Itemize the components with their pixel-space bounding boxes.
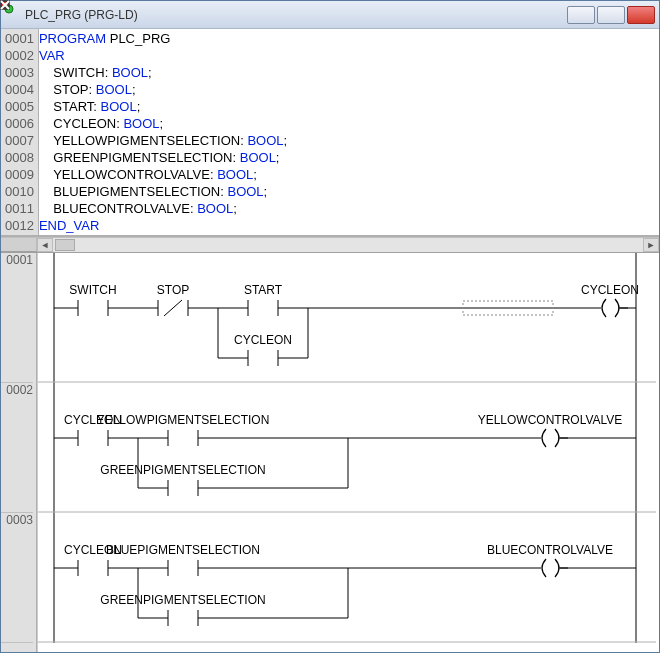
close-button[interactable] — [627, 6, 655, 24]
scroll-right-arrow-icon[interactable]: ► — [643, 238, 659, 252]
svg-line-20 — [164, 300, 182, 316]
contact-label: STOP — [157, 283, 189, 297]
coil-left-paren[interactable] — [602, 299, 606, 317]
coil-label: BLUECONTROLVALVE — [487, 543, 613, 557]
rung-number: 0002 — [1, 383, 33, 513]
window-buttons — [567, 6, 655, 24]
rung-number-gutter: 000100020003 — [1, 253, 37, 652]
line-number: 0004 — [3, 81, 36, 98]
line-number: 0008 — [3, 149, 36, 166]
coil-left-paren[interactable] — [542, 429, 546, 447]
code-line[interactable]: STOP: BOOL; — [39, 81, 659, 98]
code-lines[interactable]: PROGRAM PLC_PRGVAR SWITCH: BOOL; STOP: B… — [39, 29, 659, 235]
line-number: 0003 — [3, 64, 36, 81]
line-number-gutter: 0001000200030004000500060007000800090010… — [1, 29, 39, 235]
code-line[interactable]: START: BOOL; — [39, 98, 659, 115]
ladder-editor[interactable]: 000100020003 SWITCHSTOPSTARTCYCLEONCYCLE… — [1, 253, 659, 652]
code-line[interactable]: BLUEPIGMENTSELECTION: BOOL; — [39, 183, 659, 200]
line-number: 0009 — [3, 166, 36, 183]
titlebar[interactable]: PLC_PRG (PRG-LD) — [1, 1, 659, 29]
contact-label: START — [244, 283, 283, 297]
minimize-button[interactable] — [567, 6, 595, 24]
contact-label: CYCLEON — [234, 333, 292, 347]
code-line[interactable]: GREENPIGMENTSELECTION: BOOL; — [39, 149, 659, 166]
line-number: 0010 — [3, 183, 36, 200]
scroll-track[interactable] — [53, 238, 643, 252]
line-number: 0002 — [3, 47, 36, 64]
coil-label: YELLOWCONTROLVALVE — [478, 413, 623, 427]
rung-number: 0003 — [1, 513, 33, 643]
scroll-left-arrow-icon[interactable]: ◄ — [37, 238, 53, 252]
content: 0001000200030004000500060007000800090010… — [1, 29, 659, 652]
coil-label: CYCLEON — [581, 283, 639, 297]
line-number: 0005 — [3, 98, 36, 115]
contact-label: GREENPIGMENTSELECTION — [100, 593, 265, 607]
coil-left-paren[interactable] — [542, 559, 546, 577]
rung-number: 0001 — [1, 253, 33, 383]
line-number: 0007 — [3, 132, 36, 149]
code-hscrollbar[interactable]: ◄ ► — [1, 237, 659, 253]
code-line[interactable]: CYCLEON: BOOL; — [39, 115, 659, 132]
code-line[interactable]: PROGRAM PLC_PRG — [39, 30, 659, 47]
window-title: PLC_PRG (PRG-LD) — [25, 8, 567, 22]
line-number: 0001 — [3, 30, 36, 47]
line-number: 0012 — [3, 217, 36, 234]
code-line[interactable]: YELLOWCONTROLVALVE: BOOL; — [39, 166, 659, 183]
code-line[interactable]: VAR — [39, 47, 659, 64]
maximize-button[interactable] — [597, 6, 625, 24]
window: PLC_PRG (PRG-LD) 00010002000300040005000… — [0, 0, 660, 653]
contact-label: YELLOWPIGMENTSELECTION — [97, 413, 270, 427]
code-editor[interactable]: 0001000200030004000500060007000800090010… — [1, 29, 659, 237]
code-line[interactable]: BLUECONTROLVALVE: BOOL; — [39, 200, 659, 217]
scroll-thumb[interactable] — [55, 239, 75, 251]
contact-label: GREENPIGMENTSELECTION — [100, 463, 265, 477]
contact-label: SWITCH — [69, 283, 116, 297]
code-line[interactable]: END_VAR — [39, 217, 659, 234]
code-line[interactable]: SWITCH: BOOL; — [39, 64, 659, 81]
line-number: 0006 — [3, 115, 36, 132]
code-line[interactable]: YELLOWPIGMENTSELECTION: BOOL; — [39, 132, 659, 149]
ladder-canvas[interactable]: SWITCHSTOPSTARTCYCLEONCYCLEONCYCLEONYELL… — [37, 253, 659, 652]
contact-label: BLUEPIGMENTSELECTION — [106, 543, 260, 557]
line-number: 0011 — [3, 200, 36, 217]
